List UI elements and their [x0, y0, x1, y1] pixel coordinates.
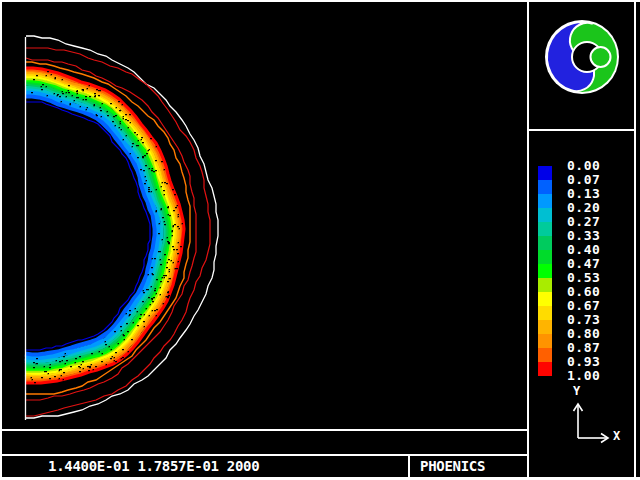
logo-green-tongue: [591, 47, 611, 67]
x-axis-label: X: [613, 429, 620, 443]
legend-tick-label: 0.80: [567, 327, 600, 341]
legend-tick-label: 0.33: [567, 229, 600, 243]
legend-tick-label: 0.60: [567, 285, 600, 299]
legend-tick-label: 0.00: [567, 159, 600, 173]
legend-color-segment: [538, 208, 552, 222]
legend-color-segment: [538, 278, 552, 292]
legend-tick-labels: 0.000.070.130.200.270.330.400.470.530.60…: [567, 166, 607, 386]
axis-indicator: [560, 396, 636, 446]
legend-color-segment: [538, 362, 552, 376]
legend-tick-label: 0.27: [567, 215, 600, 229]
y-axis-label: Y: [573, 384, 580, 398]
phoenics-window: 0.000.070.130.200.270.330.400.470.530.60…: [0, 0, 640, 480]
legend-color-segment: [538, 306, 552, 320]
legend-color-segment: [538, 320, 552, 334]
legend-tick-label: 0.87: [567, 341, 600, 355]
logo-box-divider: [527, 129, 634, 131]
legend-color-segment: [538, 194, 552, 208]
status-values-text: 1.4400E-01 1.7857E-01 2000: [48, 456, 259, 477]
legend-color-segment: [538, 334, 552, 348]
legend-tick-label: 0.07: [567, 173, 600, 187]
legend-tick-label: 0.67: [567, 299, 600, 313]
legend-color-segment: [538, 292, 552, 306]
right-panel-divider: [527, 0, 529, 480]
legend-color-segment: [538, 250, 552, 264]
legend-tick-label: 0.73: [567, 313, 600, 327]
legend-tick-label: 0.47: [567, 257, 600, 271]
legend-color-segment: [538, 348, 552, 362]
status-bar-divider: [408, 454, 410, 478]
contour-line: [25, 79, 173, 372]
legend-colorbar: [538, 166, 552, 376]
legend-color-segment: [538, 222, 552, 236]
phoenics-cham-logo: [542, 17, 622, 97]
legend-tick-label: 0.40: [567, 243, 600, 257]
legend-tick-label: 1.00: [567, 369, 600, 383]
frame-top: [0, 0, 640, 2]
frame-left: [0, 0, 2, 480]
plot-bottom-border: [0, 429, 529, 431]
legend-tick-label: 0.13: [567, 187, 600, 201]
legend-tick-label: 0.93: [567, 355, 600, 369]
status-app-name: PHOENICS: [420, 456, 485, 477]
legend-tick-label: 0.53: [567, 271, 600, 285]
legend-color-segment: [538, 264, 552, 278]
legend-color-segment: [538, 180, 552, 194]
legend-color-segment: [538, 166, 552, 180]
legend-tick-label: 0.20: [567, 201, 600, 215]
legend-color-segment: [538, 236, 552, 250]
